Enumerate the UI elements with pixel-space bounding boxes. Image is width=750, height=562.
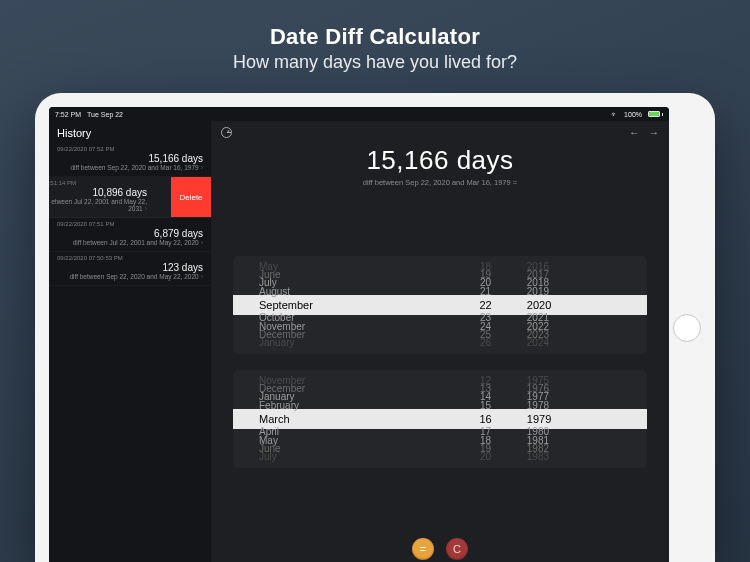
hero-subtitle: How many days have you lived for? — [233, 52, 517, 73]
result-display: 15,166 days diff between Sep 22, 2020 an… — [211, 145, 669, 187]
battery-icon — [648, 111, 663, 117]
sidebar-title: History — [49, 121, 211, 143]
history-days: 10,896 days — [49, 187, 147, 198]
history-days: 15,166 days — [57, 153, 203, 164]
status-date: Tue Sep 22 — [87, 111, 123, 118]
hero-title: Date Diff Calculator — [233, 24, 517, 50]
delete-button[interactable]: Delete — [171, 177, 211, 217]
result-description: diff between Sep 22, 2020 and Mar 16, 19… — [211, 178, 669, 187]
history-item[interactable]: 09/22/2020 07:50:53 PM 123 days diff bet… — [49, 252, 211, 286]
history-sidebar: History 09/22/2020 07:52 PM 15,166 days … — [49, 121, 211, 562]
status-bar: 7:52 PM Tue Sep 22 ᯤ 100% — [49, 107, 669, 121]
history-desc: diff between Jul 22, 2001 and May 22, 20… — [57, 239, 203, 246]
battery-pct: 100% — [624, 111, 642, 118]
history-timestamp: 09/22/2020 07:50:53 PM — [57, 255, 203, 261]
nav-back[interactable]: ← — [629, 127, 639, 138]
history-timestamp: 1 07:51:14 PM — [49, 180, 147, 186]
clear-button[interactable]: C — [446, 538, 468, 560]
history-icon[interactable] — [221, 127, 232, 138]
ipad-frame: 7:52 PM Tue Sep 22 ᯤ 100% History 09/22/… — [35, 93, 715, 562]
nav-forward[interactable]: → — [649, 127, 659, 138]
home-button[interactable] — [673, 314, 701, 342]
date-picker-from[interactable]: May182016June192017July202018August21201… — [233, 256, 647, 354]
history-timestamp: 09/22/2020 07:52 PM — [57, 146, 203, 152]
equals-button[interactable]: = — [412, 538, 434, 560]
history-item-swiped[interactable]: 1 07:51:14 PM 10,896 days etween Jul 22,… — [49, 177, 211, 218]
history-timestamp: 09/22/2020 07:51 PM — [57, 221, 203, 227]
status-time: 7:52 PM — [55, 111, 81, 118]
history-days: 6,879 days — [57, 228, 203, 239]
history-desc: diff between Sep 22, 2020 and May 22, 20… — [57, 273, 203, 280]
history-item[interactable]: 09/22/2020 07:51 PM 6,879 days diff betw… — [49, 218, 211, 252]
history-desc: etween Jul 22, 2001 and May 22, 2031› — [49, 198, 147, 212]
main-panel: ← → 15,166 days diff between Sep 22, 202… — [211, 121, 669, 562]
result-value: 15,166 days — [211, 145, 669, 176]
history-item[interactable]: 09/22/2020 07:52 PM 15,166 days diff bet… — [49, 143, 211, 177]
history-desc: diff between Sep 22, 2020 and Mar 16, 19… — [57, 164, 203, 171]
date-picker-to[interactable]: November121975December131976January14197… — [233, 370, 647, 468]
screen: 7:52 PM Tue Sep 22 ᯤ 100% History 09/22/… — [49, 107, 669, 562]
wifi-icon: ᯤ — [611, 111, 618, 118]
hero: Date Diff Calculator How many days have … — [233, 24, 517, 73]
history-days: 123 days — [57, 262, 203, 273]
